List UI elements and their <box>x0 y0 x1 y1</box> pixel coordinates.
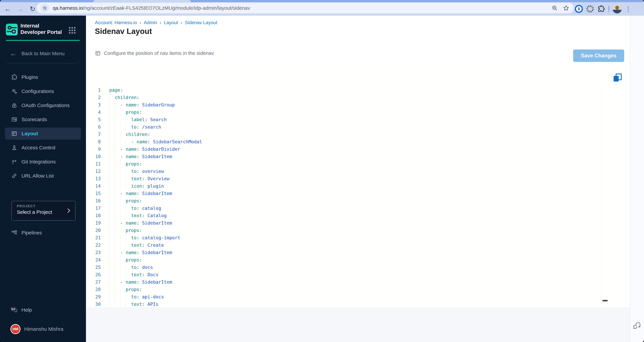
sidebar-item-label: Scorecards <box>22 117 47 122</box>
puzzle-icon <box>11 74 18 80</box>
code-line[interactable]: 17 to: catalog <box>86 205 600 212</box>
sidebar-item-layout[interactable]: Layout <box>5 128 81 140</box>
code-line[interactable]: 28 props: <box>86 286 600 293</box>
code-text: to: overview <box>109 168 164 175</box>
password-manager-extension-icon[interactable] <box>575 5 583 13</box>
breadcrumb-item[interactable]: Admin <box>144 20 157 25</box>
code-line[interactable]: 20 props: <box>86 227 600 234</box>
line-number: 21 <box>86 234 101 242</box>
active-tab[interactable] <box>93 0 191 2</box>
breadcrumb-item[interactable]: Sidenav Layout <box>185 20 217 25</box>
code-line[interactable]: 15 - name: SidebarItem <box>86 190 600 197</box>
code-text: props: <box>109 227 142 234</box>
code-line[interactable]: 7 children: <box>86 131 600 138</box>
line-number: 9 <box>86 145 101 153</box>
sidebar-item-oauth-configurations[interactable]: OAuth Configurations <box>5 99 81 111</box>
browser-profile-avatar[interactable] <box>612 4 622 13</box>
editor-scrollbar-track <box>602 85 602 307</box>
save-changes-button[interactable]: Save Changes <box>573 49 624 62</box>
product-title: Internal Developer Portal <box>20 23 66 35</box>
extensions-puzzle-icon[interactable] <box>597 5 605 13</box>
sidebar-item-git-integrations[interactable]: Git Integrations <box>5 156 81 168</box>
project-selector[interactable]: PROJECT Select a Project <box>12 201 76 221</box>
sidebar-item-configurations[interactable]: Configurations <box>5 85 81 97</box>
user-menu[interactable]: HM Himanshu Mishra <box>0 323 86 335</box>
code-line[interactable]: 27 - name: SidebarItem <box>86 278 600 286</box>
line-number: 20 <box>86 227 101 234</box>
code-text: - name: SidebarItem <box>109 153 172 160</box>
code-line[interactable]: 12 to: overview <box>86 168 600 175</box>
code-text: icon: plugin <box>109 182 164 190</box>
help-chat-icon: ? <box>10 306 18 314</box>
line-number: 13 <box>86 175 101 182</box>
browser-menu-icon[interactable]: ⋮ <box>625 5 630 12</box>
code-line[interactable]: 8 - name: SidebarSearchModal <box>86 138 600 145</box>
code-line[interactable]: 2 children: <box>86 94 600 101</box>
bookmark-star-icon[interactable] <box>563 5 570 11</box>
code-text: to: /search <box>109 123 161 131</box>
code-line[interactable]: 3 - name: SidebarGroup <box>86 101 600 109</box>
code-line[interactable]: 29 to: api-docs <box>86 293 600 301</box>
url-path: /ng/account/zEaak-FLS425IEO7OLzMUg/modul… <box>83 5 250 11</box>
breadcrumb-separator-icon: › <box>140 20 141 25</box>
idp-logo-icon[interactable] <box>6 24 18 35</box>
back-icon[interactable]: ← <box>4 5 12 13</box>
sidebar-item-pipelines[interactable]: Pipelines <box>0 227 86 239</box>
loading-extension-icon[interactable] <box>586 5 594 13</box>
sidebar-item-label: Access Control <box>22 145 56 151</box>
zoom-in-icon[interactable] <box>551 5 558 11</box>
copy-icon[interactable] <box>614 73 622 81</box>
breadcrumb-item[interactable]: Layout <box>164 20 178 25</box>
code-line[interactable]: 13 text: Overview <box>86 175 600 182</box>
lock-icon <box>11 102 18 109</box>
code-text: - name: SidebarSearchModal <box>109 138 202 145</box>
code-area[interactable]: 1page:2 children:3 - name: SidebarGroup4… <box>86 86 600 308</box>
code-line[interactable]: 11 props: <box>86 160 600 168</box>
page-header: Account: Harness.io›Admin›Layout›Sidenav… <box>86 15 630 41</box>
code-line[interactable]: 10 - name: SidebarItem <box>86 153 600 160</box>
sidebar-item-help[interactable]: ? Help <box>0 304 86 316</box>
gears-icon <box>11 88 18 94</box>
code-line[interactable]: 9 - name: SidebarDivider <box>86 145 600 153</box>
back-to-main-menu[interactable]: ← Back to Main Menu <box>0 48 86 58</box>
line-number: 5 <box>86 116 101 123</box>
code-line[interactable]: 26 text: Docs <box>86 271 600 278</box>
code-line[interactable]: 21 to: catalog-import <box>86 234 600 242</box>
back-arrow-icon: ← <box>10 50 17 57</box>
sidebar-item-plugins[interactable]: Plugins <box>5 71 81 83</box>
code-line[interactable]: 22 text: Create <box>86 242 600 249</box>
pipelines-label: Pipelines <box>22 230 42 236</box>
code-line[interactable]: 24 props: <box>86 256 600 264</box>
code-line[interactable]: 18 text: Catalog <box>86 212 600 219</box>
sidebar-item-scorecards[interactable]: Scorecards <box>5 113 81 125</box>
code-line[interactable]: 23 - name: SidebarItem <box>86 249 600 256</box>
code-line[interactable]: 5 label: Search <box>86 116 600 123</box>
code-text: - name: SidebarItem <box>109 278 172 286</box>
code-line[interactable]: 6 to: /search <box>86 123 600 131</box>
code-line[interactable]: 14 icon: plugin <box>86 182 600 190</box>
layout-config-icon <box>95 50 101 56</box>
site-settings-icon[interactable] <box>41 4 49 12</box>
chat-support-icon[interactable] <box>632 321 642 331</box>
code-line[interactable]: 30 text: APIs <box>86 301 600 308</box>
url-text[interactable]: qa.harness.io/ng/account/zEaak-FLS425IEO… <box>53 3 250 13</box>
code-text: text: Docs <box>109 271 158 278</box>
code-text: props: <box>109 256 142 264</box>
code-text: props: <box>109 109 142 116</box>
sidebar-item-url-allow-list[interactable]: URL Allow List <box>5 170 81 182</box>
sidebar-item-access-control[interactable]: Access Control <box>5 142 81 154</box>
code-text: props: <box>109 286 142 293</box>
reload-icon[interactable]: ↻ <box>28 5 36 13</box>
breadcrumb-item[interactable]: Account: Harness.io <box>95 20 137 25</box>
app-grid-icon[interactable] <box>69 27 76 34</box>
url-bar[interactable]: qa.harness.io/ng/account/zEaak-FLS425IEO… <box>36 3 574 13</box>
code-line[interactable]: 1page: <box>86 86 600 94</box>
editor-scrollbar-thumb[interactable] <box>602 300 608 301</box>
code-line[interactable]: 25 to: docs <box>86 264 600 271</box>
line-number: 11 <box>86 160 101 168</box>
code-text: text: Overview <box>109 175 170 182</box>
code-line[interactable]: 19 - name: SidebarItem <box>86 219 600 227</box>
code-line[interactable]: 4 props: <box>86 109 600 116</box>
code-line[interactable]: 16 props: <box>86 197 600 205</box>
line-number: 3 <box>86 101 101 109</box>
